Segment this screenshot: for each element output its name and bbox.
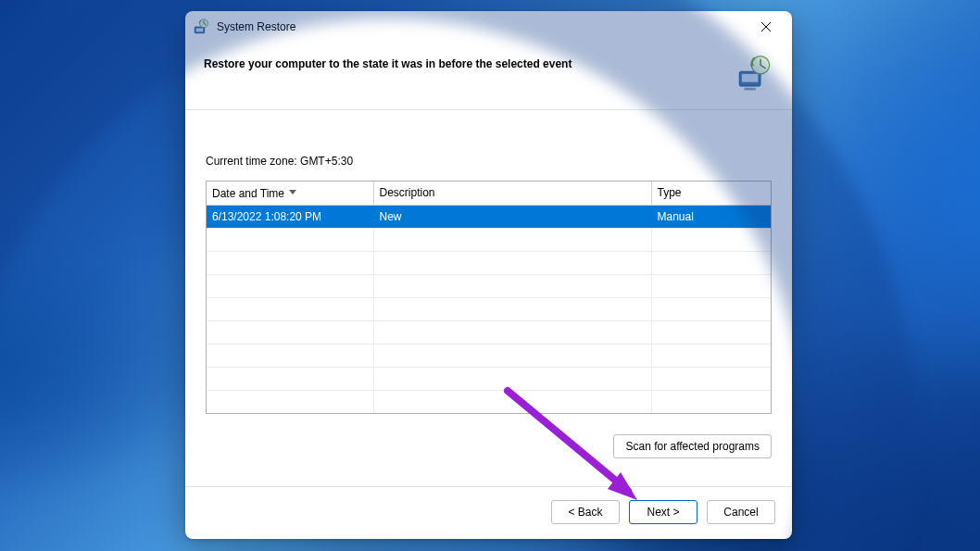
table-row: . <box>207 321 771 344</box>
close-button[interactable] <box>746 14 786 40</box>
cell-date: 6/13/2022 1:08:20 PM <box>207 206 373 229</box>
table-row: . <box>207 298 771 321</box>
table-header-row: Date and Time Description Type <box>207 182 771 206</box>
restore-points-table[interactable]: Date and Time Description Type 6/13/2022… <box>206 181 772 414</box>
scan-row: Scan for affected programs <box>206 434 772 458</box>
svg-marker-11 <box>289 190 296 194</box>
restore-graphic-icon <box>735 54 773 93</box>
wizard-heading: Restore your computer to the state it wa… <box>204 54 572 70</box>
column-header-date[interactable]: Date and Time <box>207 182 373 206</box>
window-title: System Restore <box>217 20 746 33</box>
table-row[interactable]: 6/13/2022 1:08:20 PM New Manual <box>207 206 771 229</box>
svg-marker-3 <box>199 21 201 23</box>
back-button[interactable]: < Back <box>551 500 620 524</box>
table-row: . <box>207 391 771 414</box>
table-row: . <box>207 414 771 415</box>
column-header-description[interactable]: Description <box>373 182 651 206</box>
column-header-date-label: Date and Time <box>212 187 284 200</box>
sort-descending-icon <box>289 184 296 189</box>
svg-point-2 <box>200 19 208 28</box>
system-restore-icon <box>193 19 209 35</box>
next-button[interactable]: Next > <box>629 500 697 524</box>
scan-affected-programs-button[interactable]: Scan for affected programs <box>613 434 772 458</box>
wizard-footer: < Back Next > Cancel <box>185 486 792 539</box>
table-row: . <box>207 252 771 275</box>
column-header-type-label: Type <box>658 186 682 199</box>
table-row: . <box>207 275 771 298</box>
cell-description: New <box>373 206 651 229</box>
svg-rect-0 <box>195 27 205 33</box>
annotation-arrow-icon <box>452 382 656 530</box>
cell-type: Manual <box>651 206 771 229</box>
table-row: . <box>207 368 771 391</box>
column-header-type[interactable]: Type <box>651 182 771 206</box>
svg-rect-6 <box>739 71 760 86</box>
cancel-button[interactable]: Cancel <box>707 500 775 524</box>
svg-rect-1 <box>196 29 204 32</box>
table-row: . <box>207 344 771 368</box>
svg-marker-10 <box>750 61 754 66</box>
titlebar: System Restore <box>185 11 792 43</box>
timezone-label: Current time zone: GMT+5:30 <box>206 155 772 168</box>
svg-rect-7 <box>742 74 759 82</box>
system-restore-window: System Restore Restore your computer to … <box>185 11 792 539</box>
wizard-content: Current time zone: GMT+5:30 Date and Tim… <box>185 109 792 486</box>
column-header-description-label: Description <box>380 186 435 199</box>
svg-rect-8 <box>745 88 756 91</box>
wizard-header: Restore your computer to the state it wa… <box>185 43 792 109</box>
svg-marker-12 <box>608 472 637 500</box>
table-row: . <box>207 229 771 252</box>
